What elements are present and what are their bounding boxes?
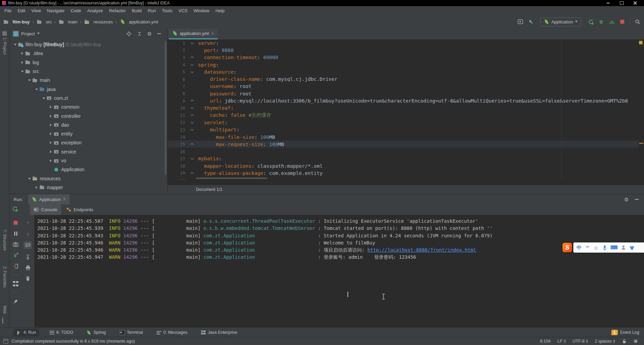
tree-expand-arrow[interactable] — [26, 176, 32, 181]
print-icon[interactable] — [25, 265, 31, 271]
tree-expand-arrow[interactable] — [19, 69, 25, 74]
settings-gear-icon[interactable]: ⚙ — [624, 197, 629, 202]
menu-item-view[interactable]: View — [28, 7, 44, 15]
ime-user-icon[interactable] — [621, 245, 626, 250]
menu-item-analyze[interactable]: Analyze — [84, 7, 106, 15]
code-line-18[interactable]: 18 mapper-locations: classpath:mapper/*.… — [167, 162, 639, 169]
tree-expand-arrow[interactable] — [19, 61, 25, 64]
tree-item-film-buy[interactable]: film-buy [filmBuy] G:\study\film-buy — [10, 40, 164, 49]
tree-expand-arrow[interactable] — [48, 132, 54, 135]
code-line-1[interactable]: 1server: — [167, 39, 639, 47]
ime-keyboard-icon[interactable]: ⌨ — [610, 244, 618, 251]
code-line-3[interactable]: 3 connection-timeout: 60000 — [167, 54, 639, 61]
menu-item-run[interactable]: Run — [145, 7, 159, 15]
maximize-button[interactable] — [615, 0, 628, 6]
tree-item-entity[interactable]: entity — [10, 129, 164, 138]
pin-tab-icon[interactable] — [13, 298, 19, 304]
tree-item-mapper[interactable]: mapper — [10, 183, 164, 192]
debug-button[interactable] — [598, 19, 604, 25]
console-log-line[interactable]: 2021-10-28 22:25:45.587 INFO 14296 --- [… — [37, 218, 644, 225]
stop-icon[interactable] — [13, 220, 19, 225]
code-line-6[interactable]: 6 driver-class-name: com.mysql.cj.jdbc.D… — [167, 75, 639, 83]
exit-icon[interactable] — [13, 263, 19, 269]
menu-item-build[interactable]: Build — [129, 7, 145, 15]
code-line-4[interactable]: 4spring: — [167, 61, 639, 68]
tree-expand-arrow[interactable] — [26, 78, 32, 83]
down-stack-trace-icon[interactable]: ↓ — [25, 231, 31, 236]
breadcrumb-item-resources[interactable]: resources — [84, 19, 113, 24]
ime-chinese-mode-icon[interactable]: 中 — [576, 244, 582, 251]
code-line-12[interactable]: 12 servlet: — [167, 119, 639, 126]
tree-item-service[interactable]: service — [10, 147, 164, 156]
fold-marker[interactable] — [189, 99, 195, 103]
code-line-15[interactable]: 15 max-request-size: 100MB — [167, 141, 639, 148]
console-log-line[interactable]: 2021-10-28 22:25:45.943 INFO 14296 --- [… — [37, 232, 644, 239]
run-tool-window-icon[interactable] — [517, 19, 523, 25]
tab-endpoints[interactable]: Endpoints — [62, 204, 97, 215]
up-stack-trace-icon[interactable]: ↑ — [25, 220, 31, 225]
tree-item-dao[interactable]: dao — [10, 121, 164, 129]
console-log-line[interactable]: 2021-10-28 22:25:45.947 WARN 14296 --- [… — [37, 254, 644, 261]
stripe-project-button[interactable]: 1: Project — [0, 37, 9, 55]
ime-emoji-icon[interactable]: ☺ — [593, 245, 599, 251]
status-widget-lf[interactable]: LF — [557, 339, 566, 344]
tool-window-button-4-run[interactable]: 4: Run — [14, 329, 39, 336]
fold-marker[interactable] — [189, 107, 195, 109]
chevron-down-icon[interactable] — [37, 33, 40, 36]
breadcrumb-item-main[interactable]: main — [59, 19, 77, 24]
console-log-line[interactable]: 2021-10-28 22:25:45.939 INFO 14296 --- [… — [37, 225, 644, 232]
tree-item-java[interactable]: java — [10, 85, 164, 93]
pause-output-icon[interactable] — [13, 231, 19, 236]
tree-expand-arrow[interactable] — [34, 87, 39, 92]
tool-window-button-0-messages[interactable]: 0: Messages — [154, 329, 191, 336]
fold-marker[interactable] — [189, 114, 195, 117]
tree-expand-arrow[interactable] — [48, 106, 54, 108]
fold-marker[interactable] — [189, 122, 195, 123]
tree-expand-arrow[interactable] — [48, 141, 54, 144]
attach-debugger-icon[interactable] — [13, 252, 19, 258]
build-hammer-icon[interactable] — [528, 19, 534, 25]
collapse-all-icon[interactable] — [137, 31, 142, 36]
ime-voice-icon[interactable] — [602, 245, 607, 250]
fold-marker[interactable] — [189, 42, 195, 44]
run-tab-application[interactable]: Application — [28, 194, 70, 204]
event-log-button[interactable]: 1 Event Log — [611, 330, 639, 335]
fold-marker[interactable] — [189, 171, 195, 175]
clear-all-trash-icon[interactable] — [25, 276, 31, 282]
code-line-16[interactable]: 16 — [167, 148, 639, 155]
code-line-10[interactable]: 10 thymeleaf: — [167, 105, 639, 112]
menu-item-refactor[interactable]: Refactor — [106, 7, 129, 15]
code-line-9[interactable]: 9 url: jdbc:mysql://localhost:3306/b_fil… — [167, 97, 639, 104]
tree-item-controller[interactable]: controller — [10, 111, 164, 120]
code-line-17[interactable]: 17mybatis: — [167, 155, 639, 162]
stop-button[interactable] — [619, 19, 625, 25]
sogou-logo-icon[interactable]: S — [562, 243, 572, 252]
fold-marker[interactable] — [189, 71, 195, 73]
tree-expand-arrow[interactable] — [41, 96, 47, 101]
minimize-button[interactable] — [601, 0, 615, 6]
hector-inspections-icon[interactable] — [633, 339, 638, 343]
tree-item-resources[interactable]: resources — [10, 174, 164, 183]
code-line-5[interactable]: 5 datasource: — [167, 68, 639, 75]
tree-item-vo[interactable]: vo — [10, 156, 164, 165]
fold-marker[interactable] — [189, 64, 195, 66]
tool-window-button-terminal[interactable]: Terminal — [117, 329, 146, 337]
rerun-application-button[interactable] — [12, 206, 18, 212]
restore-layout-icon[interactable] — [13, 281, 19, 287]
run-configuration-combo[interactable]: Application — [540, 17, 581, 26]
soft-wrap-icon[interactable] — [24, 241, 32, 249]
tree-expand-arrow[interactable] — [48, 150, 54, 153]
tree-item-exception[interactable]: exception — [10, 138, 164, 147]
tree-item-main[interactable]: main — [10, 76, 164, 85]
tool-window-switcher-icon[interactable] — [3, 339, 8, 344]
close-tab-icon[interactable] — [211, 32, 214, 35]
hide-panel-icon[interactable] — [157, 33, 161, 34]
menu-item-navigate[interactable]: Navigate — [44, 7, 67, 15]
code-editor[interactable]: 1server:2 port: 88883 connection-timeout… — [167, 39, 639, 180]
tree-expand-arrow[interactable] — [19, 52, 25, 55]
editor-tab-application-yml[interactable]: application.yml — [169, 29, 218, 39]
tree-item-common[interactable]: common — [10, 103, 164, 111]
code-line-19[interactable]: 19 type-aliases-package: com.example.ent… — [167, 169, 639, 177]
tree-expand-arrow[interactable] — [48, 115, 54, 117]
console-output[interactable]: 2021-10-28 22:25:45.587 INFO 14296 --- [… — [37, 218, 644, 328]
